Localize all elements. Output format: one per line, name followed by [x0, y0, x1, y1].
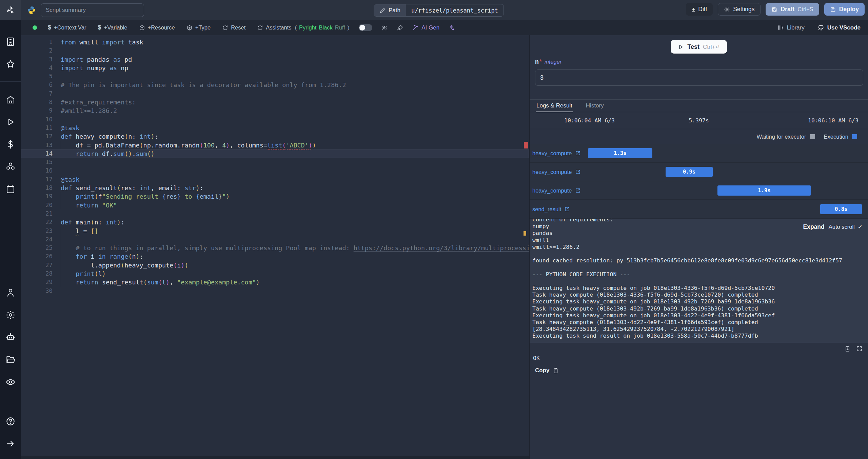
resource-button[interactable]: +Resource [139, 24, 175, 31]
code-line-11: 11@task [21, 124, 529, 132]
panel-tabs: Logs & ResultHistory [530, 99, 868, 112]
use-vscode-button[interactable]: Use VScode [817, 24, 861, 31]
sidebar-item-person[interactable] [0, 281, 21, 304]
code-line-21: 21 [21, 209, 529, 218]
rail-group-bottom [0, 410, 21, 455]
save-icon [830, 6, 836, 13]
language-status-dot [33, 25, 37, 30]
path-group[interactable]: Path u/rfiszel/pleasant_script [374, 4, 504, 17]
star-icon [5, 59, 16, 69]
rail-divider [0, 81, 21, 82]
line-number: 26 [21, 252, 53, 261]
legend-swatch [810, 134, 815, 139]
legend-swatch [852, 134, 857, 139]
assistants-status: (PyrightBlackRuff) [295, 24, 350, 31]
variable-button[interactable]: $+Variable [98, 24, 127, 31]
test-panel: Test Ctrl+↵ n * integer Logs & ResultHis… [529, 35, 868, 459]
package-icon [186, 25, 193, 31]
context-var-button[interactable]: $+Context Var [48, 24, 86, 31]
diff-button[interactable]: ± Diff [686, 3, 713, 16]
rail-group-main [0, 88, 21, 200]
help-icon [5, 416, 16, 426]
script-path: u/rfiszel/pleasant_script [406, 4, 504, 16]
settings-button[interactable]: Settings [718, 3, 761, 16]
sidebar-item-dollar[interactable] [0, 133, 21, 156]
logs-output[interactable]: content of requirements: numpy pandas wm… [530, 219, 868, 343]
dollar-icon: $ [98, 24, 101, 31]
log-text: content of requirements: numpy pandas wm… [532, 219, 865, 340]
code-line-15: 15 [21, 158, 529, 166]
draft-label: Draft [781, 6, 794, 13]
test-button[interactable]: Test Ctrl+↵ [671, 40, 727, 54]
code-lines: 1from wmill import task23import pandas a… [21, 38, 529, 295]
type-button[interactable]: +Type [186, 24, 211, 31]
library-button[interactable]: Library [777, 24, 805, 31]
collaborators-icon[interactable] [381, 24, 388, 31]
run-times-row: 10:06:04 AM 6/3 5.397s 10:06:10 AM 6/3 [530, 112, 868, 129]
code-line-23: 23 l = [] [21, 227, 529, 235]
job-link-heavy_compute[interactable]: heavy_compute [532, 168, 581, 175]
diff-mode-toggle[interactable] [359, 24, 372, 31]
horizontal-scrollbar-track[interactable] [21, 456, 529, 459]
toolbar-item-label: +Resource [148, 24, 175, 31]
expand-logs-button[interactable]: Expand [803, 223, 825, 231]
deploy-button[interactable]: Deploy [824, 3, 865, 16]
deploy-label: Deploy [839, 6, 859, 13]
ai-gen-label: AI Gen [421, 24, 439, 31]
copy-label: Copy [535, 367, 550, 374]
copy-button[interactable]: Copy [535, 367, 559, 374]
maximize-result-icon[interactable] [856, 345, 863, 352]
gear-icon [724, 6, 730, 13]
tab-logs-result[interactable]: Logs & Result [536, 100, 573, 112]
sidebar-item-help[interactable] [0, 410, 21, 433]
check-icon: ✓ [858, 223, 863, 231]
job-link-heavy_compute[interactable]: heavy_compute [532, 187, 581, 194]
toolbar-items: $+Context Var$+Variable+Resource+TypeRes… [48, 24, 349, 31]
overview-ruler-error-marker [524, 142, 528, 148]
assistants-button[interactable]: Assistants(PyrightBlackRuff) [257, 24, 349, 31]
line-number: 22 [21, 218, 53, 226]
sidebar-item-home[interactable] [0, 88, 21, 111]
sidebar-item-eye[interactable] [0, 371, 21, 393]
sidebar-item-folder[interactable] [0, 348, 21, 371]
sidebar-item-arrow-right[interactable] [0, 433, 21, 455]
line-number: 16 [21, 166, 53, 175]
top-bar: Path u/rfiszel/pleasant_script ± Diff Se… [21, 0, 868, 20]
format-brush-icon[interactable] [397, 24, 403, 31]
path-label: Path [389, 7, 400, 14]
autoscroll-toggle[interactable]: Auto scroll ✓ [829, 223, 863, 231]
windmill-logo[interactable] [0, 0, 21, 20]
sidebar-item-building[interactable] [0, 31, 21, 53]
sidebar-item-star[interactable] [0, 53, 21, 75]
toolbar-item-label: Assistants [266, 24, 291, 31]
timeline-row-heavy_compute: heavy_compute1.9s [530, 181, 868, 200]
save-draft-button[interactable]: Draft Ctrl+S [766, 3, 819, 16]
job-link-send_result[interactable]: send_result [532, 206, 570, 212]
ai-gen-button[interactable]: AI Gen [412, 24, 439, 31]
script-summary-input[interactable] [41, 3, 144, 17]
windmill-script-editor: Path u/rfiszel/pleasant_script ± Diff Se… [0, 0, 868, 459]
required-asterisk: * [539, 58, 542, 65]
toolbar-item-label: +Variable [104, 24, 127, 31]
job-link-heavy_compute[interactable]: heavy_compute [532, 150, 581, 156]
timeline-rows: heavy_compute1.3sheavy_compute0.9sheavy_… [530, 144, 868, 219]
refresh-icon [257, 25, 263, 31]
sidebar-item-robot[interactable] [0, 326, 21, 348]
reset-button[interactable]: Reset [222, 24, 245, 31]
library-label: Library [787, 24, 805, 31]
line-number: 9 [21, 106, 53, 115]
code-editor[interactable]: 1from wmill import task23import pandas a… [21, 35, 529, 459]
gear-icon [5, 310, 16, 320]
sidebar-item-cubes[interactable] [0, 156, 21, 178]
code-line-1: 1from wmill import task [21, 38, 529, 46]
robot-icon [5, 332, 16, 342]
sidebar-item-gear[interactable] [0, 304, 21, 326]
sidebar-item-calendar[interactable] [0, 178, 21, 200]
sparkles-icon[interactable] [448, 24, 455, 31]
copy-result-icon[interactable] [844, 345, 851, 352]
arg-n-input[interactable] [535, 69, 863, 86]
tab-history[interactable]: History [585, 100, 605, 112]
sidebar-item-play[interactable] [0, 111, 21, 133]
python-language-icon [27, 6, 36, 15]
edit-path-button[interactable]: Path [374, 4, 406, 16]
